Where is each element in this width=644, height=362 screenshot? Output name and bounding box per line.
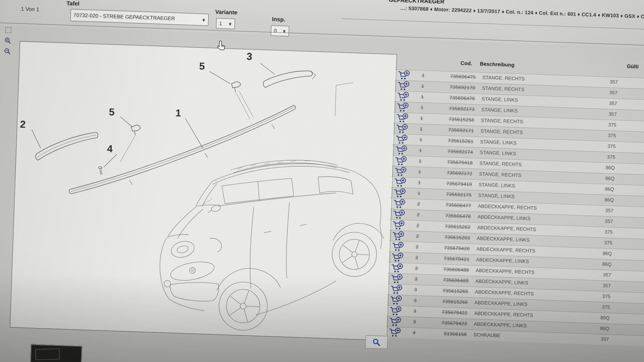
- row-desc: STANGE, RECHTS: [482, 85, 525, 92]
- row-valid: 375: [586, 154, 615, 160]
- variante-select[interactable]: 1 ∨: [216, 18, 235, 29]
- row-valid: 86Q: [583, 250, 612, 256]
- thumbnail-preview[interactable]: [30, 344, 83, 362]
- row-valid: 357: [584, 207, 613, 214]
- add-to-cart-button[interactable]: [391, 252, 405, 262]
- row-valid: 86Q: [580, 325, 609, 331]
- add-to-cart-button[interactable]: [396, 102, 410, 112]
- row-desc: STANGE, LINKS: [480, 150, 516, 157]
- add-to-cart-button[interactable]: [394, 145, 408, 155]
- add-to-cart-button[interactable]: [396, 92, 410, 102]
- tafel-select[interactable]: 70732-020 - STREBE GEPAECKTRAEGER ∨: [70, 9, 209, 26]
- row-valid: 375: [587, 143, 616, 149]
- row-valid: 375: [584, 229, 613, 235]
- header-subdivider: [341, 18, 644, 31]
- row-qty: 1: [418, 105, 427, 110]
- row-valid: 86Q: [585, 186, 614, 192]
- row-code: 735606489: [430, 277, 469, 284]
- row-desc: STANGE, LINKS: [479, 182, 515, 189]
- row-valid: 357: [589, 89, 618, 96]
- callout-4[interactable]: 4: [107, 144, 113, 154]
- row-code: 735606476: [437, 95, 475, 101]
- zoom-out-icon[interactable]: [3, 47, 12, 56]
- row-code: 735606478: [433, 213, 471, 219]
- add-to-cart-button[interactable]: [390, 263, 404, 273]
- add-to-cart-button[interactable]: [388, 316, 402, 326]
- row-valid: 86Q: [586, 175, 615, 181]
- add-to-cart-button[interactable]: [391, 242, 405, 252]
- zoom-in-icon[interactable]: [3, 36, 12, 45]
- row-desc: STANGE, RECHTS: [482, 75, 525, 81]
- callout-2[interactable]: 2: [20, 119, 26, 130]
- add-to-cart-button[interactable]: [395, 134, 409, 144]
- chevron-down-icon: ∨: [202, 17, 206, 22]
- row-code: 735679421: [431, 255, 469, 262]
- add-to-cart-button[interactable]: [390, 285, 404, 295]
- row-desc: STANGE, LINKS: [480, 139, 517, 146]
- row-desc: STANGE, LINKS: [482, 96, 518, 103]
- row-code: 735679422: [429, 309, 467, 316]
- add-to-cart-button[interactable]: [389, 306, 402, 316]
- row-valid: 86Q: [581, 314, 610, 320]
- screen: 1 Von 1 Tafel 70732-020 - STREBE GEPAECK…: [0, 0, 644, 362]
- row-code: 51906158: [428, 330, 467, 337]
- add-to-cart-button[interactable]: [390, 274, 404, 284]
- row-valid: 375: [587, 121, 616, 128]
- row-valid: 357: [589, 78, 618, 85]
- row-code: 735615258: [436, 116, 474, 123]
- add-to-cart-button[interactable]: [394, 167, 408, 177]
- add-to-cart-button[interactable]: [392, 220, 406, 230]
- add-to-cart-button[interactable]: [397, 70, 411, 80]
- callout-5a[interactable]: 5: [199, 61, 205, 71]
- add-to-cart-button[interactable]: [393, 188, 407, 198]
- row-qty: 2: [412, 255, 421, 260]
- row-qty: 1: [418, 94, 427, 100]
- row-desc: ABDECKKAPPE, LINKS: [475, 300, 528, 307]
- insp-select-value: 0: [274, 28, 277, 34]
- row-qty: 1: [415, 180, 424, 185]
- add-to-cart-button[interactable]: [395, 124, 409, 134]
- add-to-cart-button[interactable]: [391, 231, 405, 241]
- row-desc: STANGE, RECHTS: [481, 118, 523, 124]
- insp-select[interactable]: 0 ∨: [271, 25, 289, 37]
- column-header-gueltig: Gülti: [627, 63, 644, 71]
- row-qty: 1: [417, 115, 426, 121]
- add-to-cart-button[interactable]: [395, 113, 409, 123]
- chevron-down-icon: ∨: [228, 21, 232, 26]
- row-qty: 1: [419, 72, 428, 78]
- row-desc: STANGE, RECHTS: [479, 171, 522, 178]
- row-desc: ABDECKKAPPE, LINKS: [475, 278, 528, 286]
- hand-cursor-icon: [216, 40, 227, 52]
- row-desc: ABDECKKAPPE, RECHTS: [478, 203, 537, 211]
- add-to-cart-button[interactable]: [394, 156, 408, 166]
- row-code: 735692171: [435, 127, 474, 133]
- callout-3[interactable]: 3: [246, 51, 252, 62]
- row-valid: 357: [584, 218, 613, 224]
- add-to-cart-button[interactable]: [389, 295, 403, 305]
- row-qty: 2: [414, 212, 423, 218]
- row-code: 735692175: [433, 191, 472, 198]
- row-code: 735615262: [432, 223, 470, 230]
- row-valid: 357: [582, 272, 611, 278]
- row-qty: 3: [412, 265, 421, 271]
- search-button[interactable]: [365, 335, 388, 349]
- add-to-cart-button[interactable]: [392, 199, 406, 209]
- row-qty: 2: [413, 223, 422, 228]
- row-qty: 4: [410, 330, 419, 336]
- add-to-cart-button[interactable]: [393, 177, 407, 187]
- add-to-cart-button[interactable]: [397, 81, 411, 91]
- row-valid: 375: [581, 303, 610, 310]
- row-qty: 2: [414, 201, 423, 207]
- row-code: 735606488: [431, 266, 469, 273]
- select-region-icon[interactable]: [4, 25, 13, 35]
- add-to-cart-button[interactable]: [388, 327, 402, 337]
- row-desc: ABDECKKAPPE, RECHTS: [475, 289, 534, 296]
- row-valid: 357: [582, 282, 611, 289]
- row-qty: 2: [413, 233, 422, 239]
- callout-5b[interactable]: 5: [109, 107, 115, 117]
- row-desc: ABDECKKAPPE, RECHTS: [476, 246, 535, 253]
- callout-1[interactable]: 1: [175, 108, 181, 118]
- add-to-cart-button[interactable]: [392, 209, 406, 220]
- row-qty: 1: [416, 147, 425, 153]
- row-code: 735615261: [435, 137, 473, 144]
